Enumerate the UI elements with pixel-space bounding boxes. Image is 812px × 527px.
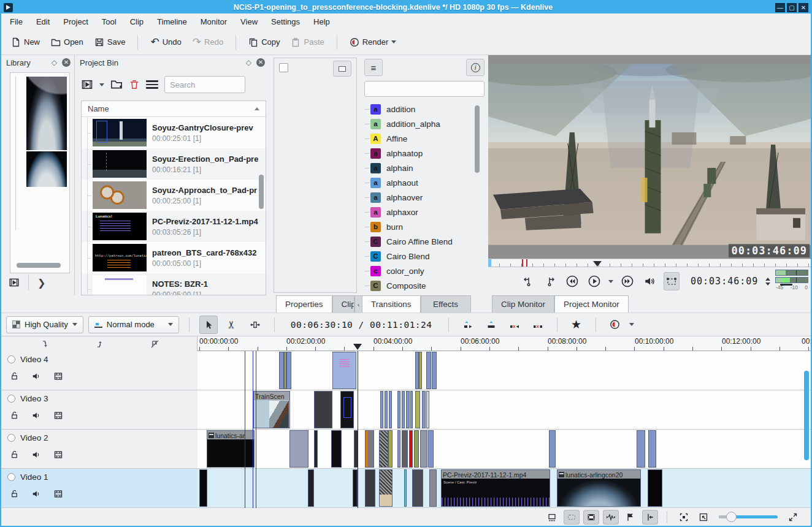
transition-item[interactable]: aaddition_alpha — [364, 116, 485, 131]
show-markers-button[interactable] — [583, 510, 599, 525]
bin-clip-row[interactable]: patreon_BTS_card-768x43200:00:05:00 [1] — [82, 242, 266, 273]
show-audio-thumbnails-button[interactable] — [564, 510, 580, 525]
transition-item[interactable]: aalphaover — [364, 190, 485, 205]
library-list[interactable] — [10, 72, 70, 273]
bin-clip-row[interactable]: Soyuz-Approach_to_Pad-pr00:00:25:00 [1] — [82, 180, 266, 211]
timeline-guide[interactable] — [253, 351, 253, 508]
monitor-seek-ruler[interactable] — [488, 259, 811, 267]
zoom-fit-button[interactable] — [676, 510, 692, 525]
transition-item[interactable]: CComposite — [364, 278, 485, 292]
timeline-clip[interactable] — [365, 469, 375, 507]
bin-clip-row[interactable]: Soyuz-GantryClosure-prev00:00:25:01 [1] — [82, 117, 266, 148]
menu-view[interactable]: View — [240, 17, 258, 26]
track-lock-icon[interactable] — [10, 411, 19, 420]
timeline-clip[interactable] — [353, 469, 358, 507]
maximize-button[interactable]: ▢ — [787, 3, 797, 12]
show-video-thumbnails-button[interactable] — [544, 510, 560, 525]
bin-clip-row[interactable]: Soyuz-Erection_on_Pad-pre00:00:16:21 [1] — [82, 148, 266, 180]
menu-settings[interactable]: Settings — [271, 17, 300, 26]
timeline-clip[interactable] — [397, 391, 400, 428]
snap-button[interactable] — [642, 510, 658, 525]
library-hscrollbar[interactable] — [17, 263, 61, 268]
track-hide-icon[interactable] — [53, 371, 63, 381]
bin-menu-button[interactable] — [146, 80, 158, 89]
timeline-clip[interactable] — [404, 469, 407, 507]
undo-button[interactable]: ↶ Undo — [147, 35, 185, 50]
transition-item[interactable]: CCairo Affine Blend — [364, 234, 485, 249]
minimize-button[interactable]: — — [775, 3, 785, 12]
transitions-vscrollbar[interactable] — [475, 105, 480, 173]
track-header-video-3[interactable]: Video 3 — [1, 390, 197, 430]
add-clip-dropdown-icon[interactable] — [99, 83, 104, 86]
copy-button[interactable]: Copy — [245, 35, 283, 50]
favorite-effects-button[interactable]: ★ — [567, 316, 586, 334]
spin-up-icon[interactable] — [765, 278, 770, 281]
create-folder-button[interactable] — [110, 78, 123, 91]
timecode-spinner[interactable] — [765, 278, 770, 286]
timeline-playhead-line[interactable] — [358, 351, 358, 508]
tab-clip[interactable]: Clip — [332, 295, 354, 313]
timeline-track-video-1[interactable]: PC-Previz-2017-11-12-1.mp4lunatics-arlin… — [197, 469, 811, 508]
target-track-down-icon[interactable] — [42, 340, 50, 348]
menu-project[interactable]: Project — [63, 17, 88, 26]
timeline-clip[interactable] — [340, 391, 354, 428]
timeline-clip[interactable] — [314, 430, 318, 468]
menu-clip[interactable]: Clip — [130, 17, 144, 26]
close-button[interactable]: ✕ — [799, 3, 808, 12]
extract-zone-button[interactable]: x — [505, 316, 524, 334]
rewind-button[interactable] — [564, 272, 580, 290]
timeline-render-button[interactable] — [606, 316, 624, 334]
timeline-clip[interactable] — [432, 352, 437, 389]
transition-item[interactable]: aaddition — [364, 102, 485, 116]
timeline-clip[interactable] — [414, 430, 419, 468]
track-target-radio[interactable] — [7, 355, 15, 363]
target-track-up-icon[interactable] — [96, 340, 104, 348]
selection-tool-button[interactable] — [199, 316, 218, 334]
timeline-clip[interactable] — [286, 352, 291, 389]
timeline-render-dropdown-icon[interactable] — [629, 323, 634, 326]
edit-mode-combobox[interactable]: Normal mode — [88, 316, 179, 333]
zoom-slider-handle[interactable] — [726, 512, 737, 522]
timeline-clip[interactable] — [648, 469, 662, 507]
transition-item[interactable]: aalphain — [364, 161, 485, 175]
bin-name-column-header[interactable]: Name — [82, 101, 266, 117]
timeline-clip-pc-previz-2017-11-12-1-mp4[interactable]: PC-Previz-2017-11-12-1.mp4 — [441, 469, 550, 507]
timeline-zoom-slider[interactable] — [719, 515, 778, 518]
zone-mode-button[interactable] — [664, 272, 680, 290]
track-hide-icon[interactable] — [53, 450, 63, 460]
timeline-playhead-icon[interactable] — [353, 344, 362, 350]
timeline-clip[interactable] — [406, 391, 410, 428]
track-mute-icon[interactable] — [31, 371, 41, 381]
monitor-video[interactable]: 00:03:46:09 — [488, 55, 811, 259]
play-button[interactable] — [586, 272, 602, 290]
track-mute-icon[interactable] — [31, 411, 41, 420]
timeline-clip[interactable] — [410, 391, 413, 428]
transition-item[interactable]: ccolor_only — [364, 264, 485, 278]
bin-clip-row[interactable]: PC-Previz-2017-11-12-1.mp400:03:05:26 [1… — [82, 211, 266, 242]
timeline-clip[interactable] — [314, 391, 332, 428]
render-dropdown-icon[interactable] — [391, 40, 396, 44]
timeline-clip[interactable] — [549, 430, 556, 468]
monitor-timecode-field[interactable]: 00:03:46:09 — [691, 276, 758, 287]
timeline-clip[interactable] — [426, 352, 431, 389]
markers-disabled-icon[interactable] — [151, 340, 159, 348]
track-target-radio[interactable] — [7, 434, 15, 442]
timeline-clip[interactable] — [199, 469, 207, 507]
timeline-guide[interactable] — [256, 351, 256, 508]
goto-zone-end-button[interactable] — [542, 272, 558, 290]
bin-search-input[interactable] — [164, 76, 245, 93]
transition-item[interactable]: aalphaatop — [364, 146, 485, 161]
track-header-video-2[interactable]: Video 2 — [1, 430, 197, 469]
transition-item[interactable]: aalphaxor — [364, 205, 485, 219]
timeline-clip[interactable] — [420, 430, 427, 468]
timeline-clip[interactable] — [428, 430, 434, 468]
flag-button[interactable] — [622, 510, 638, 525]
timeline-clip[interactable] — [397, 430, 400, 468]
goto-zone-start-button[interactable] — [520, 272, 536, 290]
close-panel-icon[interactable]: ✕ — [62, 58, 71, 67]
timeline-clip[interactable] — [409, 430, 413, 468]
forward-button[interactable] — [619, 272, 635, 290]
track-target-radio[interactable] — [7, 473, 15, 481]
razor-tool-button[interactable]: ✂ — [223, 316, 241, 334]
timeline-ruler[interactable]: 00:00:00:0000:02:00:0000:04:00:0000:06:0… — [197, 336, 811, 351]
